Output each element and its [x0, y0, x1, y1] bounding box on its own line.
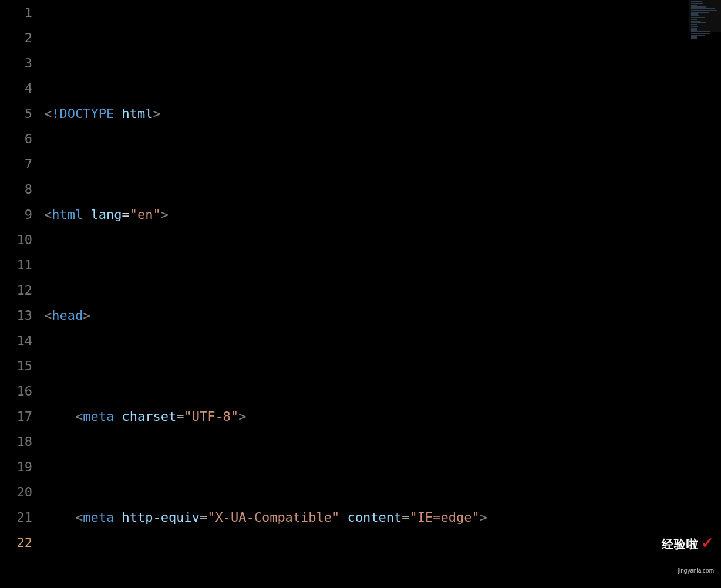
code-line[interactable]: <head>: [44, 303, 689, 328]
line-number: 8: [0, 177, 32, 202]
code-line[interactable]: <meta charset="UTF-8">: [44, 404, 689, 429]
line-number: 1: [0, 0, 32, 25]
line-number: 12: [0, 278, 32, 303]
line-number: 17: [0, 404, 32, 429]
line-number: 10: [0, 227, 32, 252]
line-number: 9: [0, 202, 32, 227]
line-number-active: 22: [0, 530, 32, 555]
line-number: 18: [0, 429, 32, 454]
line-number: 2: [0, 25, 32, 50]
line-number: 14: [0, 328, 32, 353]
line-number: 5: [0, 101, 32, 126]
line-number-gutter: 1 2 3 4 5 6 7 8 9 10 11 12 13 14 15 16 1…: [0, 0, 44, 588]
code-line[interactable]: <html lang="en">: [44, 202, 689, 227]
code-line[interactable]: <meta http-equiv="X-UA-Compatible" conte…: [44, 505, 689, 530]
line-number: 21: [0, 505, 32, 530]
line-number: 11: [0, 252, 32, 278]
line-number: 16: [0, 379, 32, 404]
active-line-highlight: [43, 530, 665, 555]
line-number: 19: [0, 454, 32, 479]
code-line[interactable]: <!DOCTYPE html>: [44, 101, 689, 126]
line-number: 6: [0, 126, 32, 151]
code-area[interactable]: <!DOCTYPE html> <html lang="en"> <head> …: [44, 0, 689, 588]
line-number: 7: [0, 151, 32, 177]
code-editor[interactable]: 1 2 3 4 5 6 7 8 9 10 11 12 13 14 15 16 1…: [0, 0, 721, 588]
line-number: 15: [0, 353, 32, 379]
minimap[interactable]: [689, 0, 721, 588]
line-number: 13: [0, 303, 32, 328]
line-number: 3: [0, 50, 32, 76]
line-number: 20: [0, 479, 32, 505]
line-number: 4: [0, 76, 32, 101]
